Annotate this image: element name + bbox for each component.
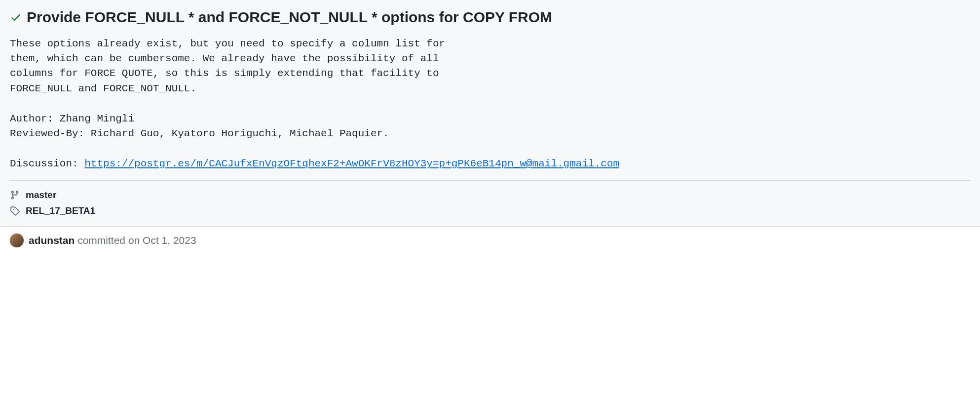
check-icon: [10, 11, 22, 23]
tag-icon: [10, 206, 20, 216]
commit-body: These options already exist, but you nee…: [10, 38, 445, 170]
branch-row: master: [10, 190, 970, 200]
committer-name[interactable]: adunstan: [29, 235, 75, 246]
avatar[interactable]: [10, 234, 24, 247]
committed-label: committed: [77, 235, 128, 246]
tag-link[interactable]: REL_17_BETA1: [26, 205, 95, 216]
committer-row: adunstan committed on Oct 1, 2023: [0, 227, 980, 254]
branch-icon: [10, 190, 20, 200]
discussion-link[interactable]: https://postgr.es/m/CACJufxEnVqzOFtqhexF…: [84, 158, 619, 169]
tag-row: REL_17_BETA1: [10, 205, 970, 216]
commit-date: on Oct 1, 2023: [128, 235, 196, 246]
commit-title: Provide FORCE_NULL * and FORCE_NOT_NULL …: [27, 8, 552, 27]
commit-description: These options already exist, but you nee…: [10, 37, 970, 172]
branch-link[interactable]: master: [26, 190, 56, 200]
